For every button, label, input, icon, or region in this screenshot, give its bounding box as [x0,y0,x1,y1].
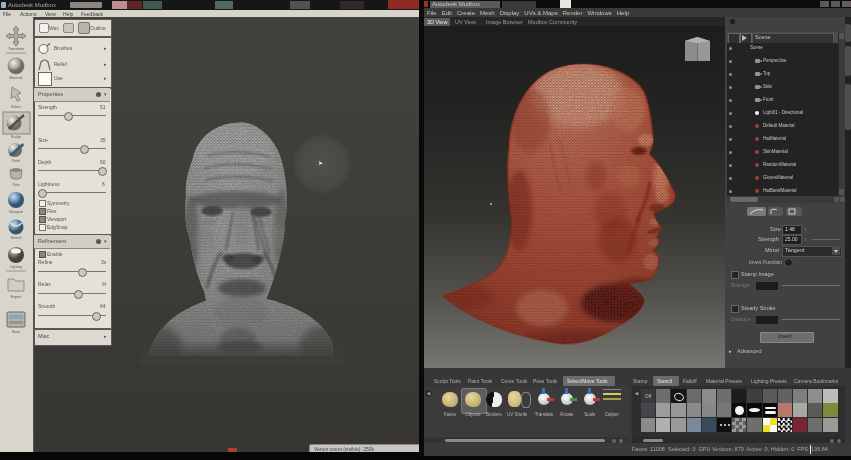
svg-text:Material: Material [10,76,23,80]
svg-text:Sculpt: Sculpt [11,135,21,139]
svg-text:Select: Select [11,105,21,109]
svg-text:Paint: Paint [12,159,20,163]
svg-text:Store: Store [12,330,21,334]
svg-text:Viewport: Viewport [9,210,23,214]
svg-text:Lighting: Lighting [10,265,23,269]
svg-text:Stencil: Stencil [11,236,22,240]
svg-text:Pots: Pots [12,183,19,187]
svg-text:Export: Export [11,295,21,299]
svg-text:Transform: Transform [8,47,24,51]
